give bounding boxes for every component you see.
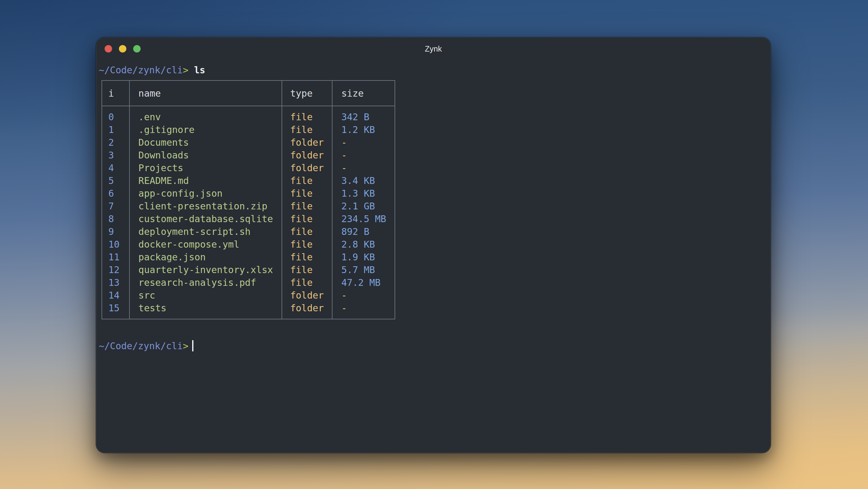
cell-type: file xyxy=(290,238,332,251)
cell-size: 47.2 MB xyxy=(341,276,395,289)
cell-i: 15 xyxy=(108,302,129,314)
cell-size: - xyxy=(341,149,395,162)
cell-size: 2.8 KB xyxy=(341,238,395,251)
cell-name: Documents xyxy=(138,136,282,149)
cell-i: 12 xyxy=(108,263,129,276)
cell-name: client-presentation.zip xyxy=(138,200,282,212)
cell-type: folder xyxy=(290,136,332,149)
cell-i: 5 xyxy=(108,174,129,187)
prompt-space xyxy=(188,65,194,76)
cell-size: - xyxy=(341,302,395,314)
prompt-caret: > xyxy=(183,341,188,351)
ls-output-table: i name type size 0123456789101112131415 … xyxy=(101,80,395,319)
command-text: ls xyxy=(194,65,205,76)
cell-type: file xyxy=(290,123,332,136)
cell-name: deployment-script.sh xyxy=(138,225,282,238)
cell-name: Projects xyxy=(138,162,282,174)
cell-type: file xyxy=(290,187,332,200)
cell-name: package.json xyxy=(138,251,282,263)
cell-type: folder xyxy=(290,162,332,174)
cell-size: 342 B xyxy=(341,111,395,123)
cell-name: README.md xyxy=(138,174,282,187)
cell-type: file xyxy=(290,251,332,263)
column-header-name: name xyxy=(130,81,282,106)
cell-type: file xyxy=(290,263,332,276)
table-header-row: i name type size xyxy=(102,81,395,106)
column-header-type: type xyxy=(282,81,333,106)
column-header-i: i xyxy=(102,81,130,106)
cell-name: docker-compose.yml xyxy=(138,238,282,251)
table-body: 0123456789101112131415 .env.gitignoreDoc… xyxy=(102,106,395,319)
cell-name: .gitignore xyxy=(138,123,282,136)
cell-size: 5.7 MB xyxy=(341,263,395,276)
index-column: 0123456789101112131415 xyxy=(102,106,130,319)
cell-name: quarterly-inventory.xlsx xyxy=(138,263,282,276)
cell-name: tests xyxy=(138,302,282,314)
executed-command-line: ~/Code/zynk/cli> ls xyxy=(99,64,771,77)
cell-size: - xyxy=(341,289,395,302)
cell-type: file xyxy=(290,225,332,238)
cell-size: 2.1 GB xyxy=(341,200,395,212)
cell-name: app-config.json xyxy=(138,187,282,200)
cell-size: 1.3 KB xyxy=(341,187,395,200)
terminal-window: Zynk ~/Code/zynk/cli> ls i name type siz… xyxy=(96,37,771,453)
cell-type: file xyxy=(290,111,332,123)
cell-type: folder xyxy=(290,149,332,162)
cell-name: Downloads xyxy=(138,149,282,162)
cell-type: file xyxy=(290,276,332,289)
cell-size: 3.4 KB xyxy=(341,174,395,187)
cell-size: 234.5 MB xyxy=(341,212,395,225)
cell-size: 892 B xyxy=(341,225,395,238)
cell-i: 9 xyxy=(108,225,129,238)
cell-name: src xyxy=(138,289,282,302)
window-title: Zynk xyxy=(96,45,771,53)
prompt-path: ~/Code/zynk/cli xyxy=(99,341,183,351)
cell-i: 14 xyxy=(108,289,129,302)
cell-type: folder xyxy=(290,289,332,302)
cell-i: 8 xyxy=(108,212,129,225)
cell-i: 11 xyxy=(108,251,129,263)
desktop-wallpaper: Zynk ~/Code/zynk/cli> ls i name type siz… xyxy=(0,0,868,489)
column-header-size: size xyxy=(333,81,395,106)
cell-size: - xyxy=(341,136,395,149)
cell-type: file xyxy=(290,212,332,225)
cell-size: 1.2 KB xyxy=(341,123,395,136)
cell-i: 13 xyxy=(108,276,129,289)
cell-i: 7 xyxy=(108,200,129,212)
cell-i: 1 xyxy=(108,123,129,136)
cell-i: 4 xyxy=(108,162,129,174)
titlebar[interactable]: Zynk xyxy=(96,37,771,60)
cell-i: 3 xyxy=(108,149,129,162)
cell-i: 6 xyxy=(108,187,129,200)
cell-name: .env xyxy=(138,111,282,123)
cell-type: file xyxy=(290,200,332,212)
text-cursor xyxy=(192,340,193,351)
prompt-caret: > xyxy=(183,65,188,76)
type-column: filefilefolderfolderfolderfilefilefilefi… xyxy=(282,106,333,319)
size-column: 342 B1.2 KB---3.4 KB1.3 KB2.1 GB234.5 MB… xyxy=(333,106,395,319)
cell-size: 1.9 KB xyxy=(341,251,395,263)
cell-type: file xyxy=(290,174,332,187)
active-prompt-line[interactable]: ~/Code/zynk/cli> xyxy=(99,340,771,352)
cell-size: - xyxy=(341,162,395,174)
terminal-content[interactable]: ~/Code/zynk/cli> ls i name type size 012… xyxy=(96,64,771,352)
name-column: .env.gitignoreDocumentsDownloadsProjects… xyxy=(130,106,282,319)
prompt-path: ~/Code/zynk/cli xyxy=(99,65,183,76)
cell-i: 2 xyxy=(108,136,129,149)
cell-i: 0 xyxy=(108,111,129,123)
cell-name: customer-database.sqlite xyxy=(138,212,282,225)
cell-type: folder xyxy=(290,302,332,314)
cell-i: 10 xyxy=(108,238,129,251)
cell-name: research-analysis.pdf xyxy=(138,276,282,289)
